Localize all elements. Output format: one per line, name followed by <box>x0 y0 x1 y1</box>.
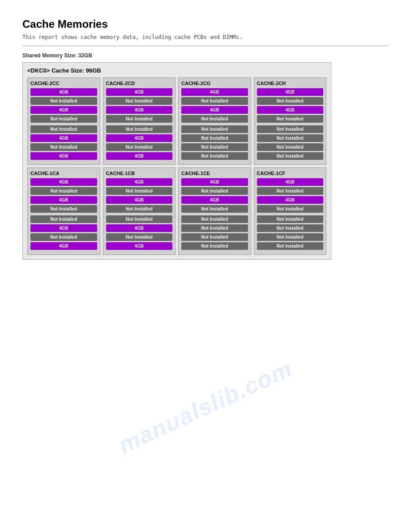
cache-2cd-slot-0-2: 4GB <box>106 106 173 114</box>
cache-2cc-slot-0-2: 4GB <box>30 106 97 114</box>
cache-2cc-title: CACHE-2CC <box>30 81 97 86</box>
cache-1ce-slot-1-3: Not Installed <box>181 242 248 250</box>
cache-1ce-slot-1-1: Not Installed <box>181 224 248 232</box>
cache-1ce-group-1: Not InstalledNot InstalledNot InstalledN… <box>181 215 248 250</box>
cache-2cg-group-1: Not InstalledNot InstalledNot InstalledN… <box>181 125 248 160</box>
cache-1ca-slot-0-3: Not Installed <box>30 205 97 213</box>
cache-2cc-slot-1-0: Not Installed <box>30 125 97 133</box>
cache-2ch-slot-0-0: 4GB <box>257 88 324 96</box>
cache-1ca-group-0: 4GBNot Installed4GBNot Installed <box>30 178 97 213</box>
cache-1cb-slot-1-3: 4GB <box>106 242 173 250</box>
cache-1cb-slot-0-1: Not Installed <box>106 187 173 195</box>
cache-1ca-slot-0-0: 4GB <box>30 178 97 186</box>
cache-2cd-slot-0-1: Not Installed <box>106 97 173 105</box>
cache-2cc-group-0: 4GBNot Installed4GBNot Installed <box>30 88 97 123</box>
cache-2cg: CACHE-2CG4GBNot Installed4GBNot Installe… <box>178 77 251 165</box>
cache-1ca-slot-0-2: 4GB <box>30 196 97 204</box>
divider <box>22 46 389 46</box>
cache-1cb-slot-0-3: Not Installed <box>106 205 173 213</box>
cache-1ce: CACHE-1CE4GBNot Installed4GBNot Installe… <box>178 167 251 255</box>
cache-2cc-slot-1-3: 4GB <box>30 152 97 160</box>
cache-1cf-slot-1-3: Not Installed <box>257 242 324 250</box>
cache-2ch-slot-1-3: Not Installed <box>257 152 324 160</box>
cache-2cc-group-1: Not Installed4GBNot Installed4GB <box>30 125 97 160</box>
cache-1cb-group-1: Not Installed4GBNot Installed4GB <box>106 215 173 250</box>
cache-1cb-slot-0-0: 4GB <box>106 178 173 186</box>
cache-2cg-slot-1-2: Not Installed <box>181 143 248 151</box>
cache-2ch-slot-0-1: Not Installed <box>257 97 324 105</box>
cache-1cf: CACHE-1CF4GBNot Installed4GBNot Installe… <box>254 167 327 255</box>
cache-2cc-slot-1-2: Not Installed <box>30 143 97 151</box>
cache-2cd-slot-0-0: 4GB <box>106 88 173 96</box>
cache-1ca-group-1: Not Installed4GBNot Installed4GB <box>30 215 97 250</box>
cache-2cd-group-1: Not Installed4GBNot Installed4GB <box>106 125 173 160</box>
cache-2cg-slot-0-2: 4GB <box>181 106 248 114</box>
cache-2cd-slot-1-1: 4GB <box>106 134 173 142</box>
cache-1ce-slot-1-0: Not Installed <box>181 215 248 223</box>
cache-1ca-slot-1-1: 4GB <box>30 224 97 232</box>
cache-2cd-slot-1-0: Not Installed <box>106 125 173 133</box>
cache-1cf-slot-1-1: Not Installed <box>257 224 324 232</box>
cache-2ch: CACHE-2CH4GBNot Installed4GBNot Installe… <box>254 77 327 165</box>
cache-2cd-slot-0-3: Not Installed <box>106 115 173 123</box>
cache-2ch-slot-1-1: Not Installed <box>257 134 324 142</box>
cache-1cf-slot-1-0: Not Installed <box>257 215 324 223</box>
cache-2cg-slot-0-3: Not Installed <box>181 115 248 123</box>
cache-1ca-slot-1-2: Not Installed <box>30 233 97 241</box>
cache-2cc-slot-0-3: Not Installed <box>30 115 97 123</box>
cache-2ch-slot-0-3: Not Installed <box>257 115 324 123</box>
cache-2ch-title: CACHE-2CH <box>257 81 324 86</box>
cache-2cd-slot-1-2: Not Installed <box>106 143 173 151</box>
cache-1ce-slot-0-2: 4GB <box>181 196 248 204</box>
cache-1ca-slot-0-1: Not Installed <box>30 187 97 195</box>
cache-2cg-slot-1-3: Not Installed <box>181 152 248 160</box>
cache-1cb-slot-1-1: 4GB <box>106 224 173 232</box>
cache-1ce-slot-0-3: Not Installed <box>181 205 248 213</box>
cache-2cg-group-0: 4GBNot Installed4GBNot Installed <box>181 88 248 123</box>
cache-1cb-slot-1-2: Not Installed <box>106 233 173 241</box>
cache-1cf-title: CACHE-1CF <box>257 171 324 176</box>
dkc-title: <DKC0> Cache Size: 96GB <box>27 67 326 74</box>
cache-2cc-slot-0-1: Not Installed <box>30 97 97 105</box>
cache-1cf-slot-1-2: Not Installed <box>257 233 324 241</box>
cache-1ce-slot-0-0: 4GB <box>181 178 248 186</box>
cache-2cc-slot-1-1: 4GB <box>30 134 97 142</box>
cache-1cf-slot-0-2: 4GB <box>257 196 324 204</box>
cache-1ce-slot-0-1: Not Installed <box>181 187 248 195</box>
cache-1cf-group-0: 4GBNot Installed4GBNot Installed <box>257 178 324 213</box>
cache-2ch-group-1: Not InstalledNot InstalledNot InstalledN… <box>257 125 324 160</box>
cache-1cf-group-1: Not InstalledNot InstalledNot InstalledN… <box>257 215 324 250</box>
page-subtitle: This report shows cache memory data, inc… <box>22 34 389 40</box>
cache-2cd-title: CACHE-2CD <box>106 81 173 86</box>
cache-1cf-slot-0-0: 4GB <box>257 178 324 186</box>
cache-2cg-slot-0-0: 4GB <box>181 88 248 96</box>
cache-1cb-group-0: 4GBNot Installed4GBNot Installed <box>106 178 173 213</box>
cache-1ca-slot-1-0: Not Installed <box>30 215 97 223</box>
cache-1ce-slot-1-2: Not Installed <box>181 233 248 241</box>
cache-2cg-slot-1-0: Not Installed <box>181 125 248 133</box>
cache-2cg-title: CACHE-2CG <box>181 81 248 86</box>
cache-2ch-group-0: 4GBNot Installed4GBNot Installed <box>257 88 324 123</box>
dkc-container: <DKC0> Cache Size: 96GB CACHE-2CC4GBNot … <box>22 62 331 260</box>
cache-1cb-slot-1-0: Not Installed <box>106 215 173 223</box>
cache-2cd-slot-1-3: 4GB <box>106 152 173 160</box>
cache-1ce-title: CACHE-1CE <box>181 171 248 176</box>
shared-memory-label: Shared Memory Size: 32GB <box>22 52 389 59</box>
cache-1ca: CACHE-1CA4GBNot Installed4GBNot Installe… <box>27 167 100 255</box>
cache-2cg-slot-1-1: Not Installed <box>181 134 248 142</box>
cache-2cg-slot-0-1: Not Installed <box>181 97 248 105</box>
page-title: Cache Memories <box>22 18 389 30</box>
cache-1cb: CACHE-1CB4GBNot Installed4GBNot Installe… <box>103 167 176 255</box>
cache-2cd: CACHE-2CD4GBNot Installed4GBNot Installe… <box>103 77 176 165</box>
cache-1cf-slot-0-1: Not Installed <box>257 187 324 195</box>
cache-1ca-slot-1-3: 4GB <box>30 242 97 250</box>
cache-2ch-slot-1-2: Not Installed <box>257 143 324 151</box>
cache-1ca-title: CACHE-1CA <box>30 171 97 176</box>
cache-2cd-group-0: 4GBNot Installed4GBNot Installed <box>106 88 173 123</box>
cache-grid: CACHE-2CC4GBNot Installed4GBNot Installe… <box>27 77 326 255</box>
cache-2ch-slot-0-2: 4GB <box>257 106 324 114</box>
cache-1cf-slot-0-3: Not Installed <box>257 205 324 213</box>
cache-2ch-slot-1-0: Not Installed <box>257 125 324 133</box>
cache-2cc: CACHE-2CC4GBNot Installed4GBNot Installe… <box>27 77 100 165</box>
cache-1cb-title: CACHE-1CB <box>106 171 173 176</box>
